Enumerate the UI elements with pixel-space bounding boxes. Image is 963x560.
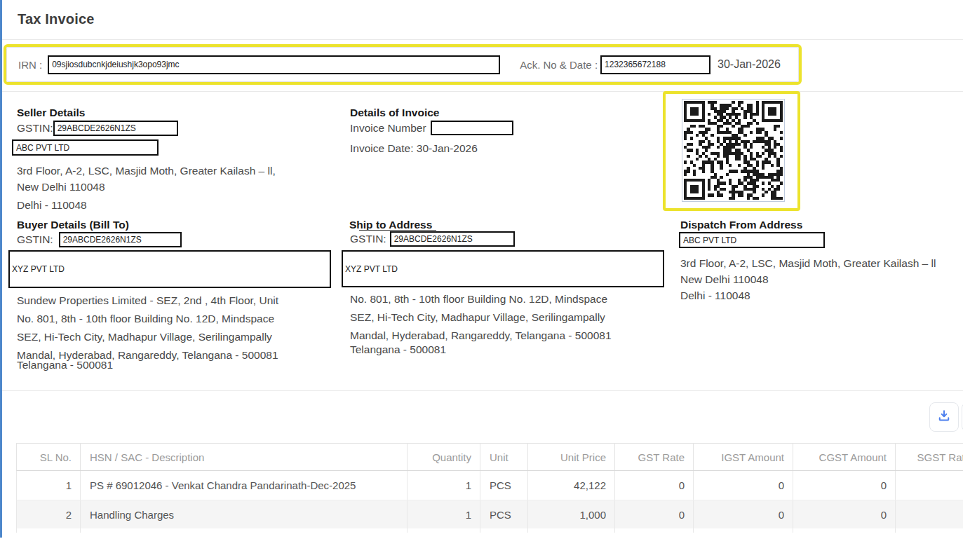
table-cell xyxy=(896,471,963,500)
ack-no-input[interactable] xyxy=(600,55,711,74)
table-cell: PCS xyxy=(480,500,528,528)
invoice-details-heading: Details of Invoice xyxy=(350,107,439,119)
column-header: SGST Rate xyxy=(896,444,963,470)
seller-gstin-label: GSTIN: xyxy=(17,122,53,135)
download-icon xyxy=(937,409,951,425)
dispatch-state-line: Delhi - 110048 xyxy=(680,289,750,302)
table-cell xyxy=(896,500,963,528)
invoice-number-label: Invoice Number xyxy=(350,122,426,135)
seller-details-heading: Seller Details xyxy=(17,107,85,119)
irn-label: IRN : xyxy=(18,59,42,71)
column-header: Unit Price xyxy=(528,444,615,470)
ship-to-name-input[interactable] xyxy=(342,250,664,287)
invoice-date-line: Invoice Date: 30-Jan-2026 xyxy=(350,142,478,155)
invoice-number-row: Invoice Number xyxy=(350,121,513,135)
buyer-gstin-label: GSTIN: xyxy=(17,233,53,246)
buyer-gstin-input[interactable] xyxy=(59,232,182,247)
table-cell: 0 xyxy=(615,500,694,528)
ship-to-gstin-row: GSTIN: xyxy=(350,231,515,247)
table-divider-stub xyxy=(408,528,480,533)
table-row: 1PS # 69012046 - Venkat Chandra Pandarin… xyxy=(16,471,963,500)
seller-gstin-row: GSTIN: xyxy=(17,121,178,136)
buyer-address: Sundew Properties Limited - SEZ, 2nd , 4… xyxy=(17,292,278,364)
dispatch-from-heading: Dispatch From Address xyxy=(680,219,802,231)
seller-gstin-input[interactable] xyxy=(53,121,178,136)
table-cell: 0 xyxy=(793,500,896,528)
items-table: SL No.HSN / SAC - DescriptionQuantityUni… xyxy=(16,443,963,533)
seller-address: 3rd Floor, A-2, LSC, Masjid Moth, Greate… xyxy=(17,163,276,195)
download-button[interactable] xyxy=(929,402,959,432)
column-header: Unit xyxy=(480,444,528,470)
page-left-accent xyxy=(0,0,2,538)
table-cell: 2 xyxy=(17,500,81,528)
dispatch-name-input[interactable] xyxy=(679,232,825,248)
ack-no-date-label: Ack. No & Date : xyxy=(520,59,598,71)
table-cell: 1 xyxy=(408,471,480,500)
table-cell: 1,000 xyxy=(528,500,615,528)
table-cell: 42,122 xyxy=(528,471,615,500)
buyer-gstin-row: GSTIN: xyxy=(17,232,182,247)
ship-to-gstin-label: GSTIN: xyxy=(350,233,386,245)
table-cell: PS # 69012046 - Venkat Chandra Pandarina… xyxy=(81,471,408,500)
seller-name-input[interactable] xyxy=(12,139,159,156)
ship-to-address: No. 801, 8th - 10th floor Building No. 1… xyxy=(350,290,612,345)
table-cell: 0 xyxy=(615,471,694,500)
column-header: Quantity xyxy=(408,444,480,470)
table-cell: 1 xyxy=(408,500,480,528)
page-title: Tax Invoice xyxy=(18,11,95,27)
table-header-row: SL No.HSN / SAC - DescriptionQuantityUni… xyxy=(16,443,963,471)
table-cell: PCS xyxy=(480,471,528,500)
ack-date: 30-Jan-2026 xyxy=(718,58,781,71)
ship-to-state-line: Telangana - 500081 xyxy=(350,343,446,356)
table-cell: 0 xyxy=(793,471,896,500)
table-divider-stub xyxy=(528,528,615,533)
table-divider-stub xyxy=(480,528,528,533)
tax-invoice-page: Tax Invoice IRN : Ack. No & Date : 30-Ja… xyxy=(0,0,963,560)
table-divider-stub xyxy=(694,528,793,533)
irn-input[interactable] xyxy=(48,55,500,74)
irn-highlight-panel: IRN : Ack. No & Date : 30-Jan-2026 xyxy=(4,44,802,85)
column-header: SL No. xyxy=(17,444,81,470)
table-row: 2Handling Charges1PCS1,000000 xyxy=(16,500,963,528)
dispatch-address: 3rd Floor, A-2, LSC, Masjid Moth, Greate… xyxy=(680,255,936,287)
column-header: IGST Amount xyxy=(694,444,793,470)
table-divider-stub xyxy=(81,528,408,533)
table-cell: 1 xyxy=(17,471,81,500)
table-cell: 0 xyxy=(694,500,793,528)
table-divider-stub xyxy=(615,528,694,533)
divider xyxy=(2,39,963,40)
table-body: 1PS # 69012046 - Venkat Chandra Pandarin… xyxy=(16,471,963,528)
qr-code xyxy=(682,99,785,202)
buyer-name-input[interactable] xyxy=(8,250,331,288)
table-cell: 0 xyxy=(694,471,793,500)
divider xyxy=(2,390,963,391)
column-header: GST Rate xyxy=(615,444,694,470)
table-cell: Handling Charges xyxy=(81,500,408,528)
ship-to-heading-underline xyxy=(359,230,436,231)
ship-to-gstin-input[interactable] xyxy=(390,231,515,247)
table-divider-stub xyxy=(793,528,896,533)
table-divider-stub xyxy=(17,528,81,533)
table-bottom-stub xyxy=(16,528,963,533)
invoice-number-input[interactable] xyxy=(431,121,513,135)
divider xyxy=(2,91,963,92)
column-header: CGST Amount xyxy=(793,444,896,470)
seller-state-line: Delhi - 110048 xyxy=(17,199,87,212)
qr-highlight-panel xyxy=(663,91,800,211)
column-header: HSN / SAC - Description xyxy=(81,444,408,470)
buyer-details-heading: Buyer Details (Bill To) xyxy=(17,219,129,231)
table-divider-stub xyxy=(896,528,963,533)
buyer-state-line: Telangana - 500081 xyxy=(17,359,113,371)
